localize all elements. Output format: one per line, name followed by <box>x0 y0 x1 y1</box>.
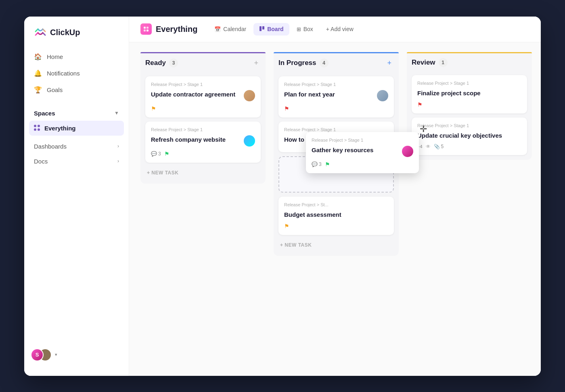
docs-chevron-icon: › <box>117 158 119 164</box>
column-in-progress-header: In Progress 4 + <box>274 53 399 71</box>
card-path-2: Release Project > Stage 1 <box>151 127 255 132</box>
board-area: Ready 3 + Release Project > Stage 1 Upda… <box>129 42 541 376</box>
card-path-1: Release Project > Stage 1 <box>151 82 255 87</box>
task-card-refresh-website[interactable]: Release Project > Stage 1 Refresh compan… <box>145 122 261 163</box>
column-ready-title: Ready <box>145 59 166 67</box>
floating-card-avatar <box>402 146 413 157</box>
everything-dots-icon <box>34 125 40 131</box>
task-card-finalize-scope[interactable]: Release Project > Stage 1 Finalize proje… <box>412 75 527 113</box>
svg-rect-3 <box>146 29 149 31</box>
card-path-8: Release Project > Stage 1 <box>417 123 521 128</box>
card-title-1: Update contractor agreement <box>151 90 241 99</box>
card-footer-6: ⚑ <box>284 223 388 229</box>
floating-card-content: Gather key resources <box>312 146 413 157</box>
task-card-budget-assessment[interactable]: Release Project > St... Budget assessmen… <box>278 197 394 235</box>
column-in-progress-count: 4 <box>320 59 329 67</box>
user-chevron-icon: ▾ <box>55 352 57 357</box>
card-path-4: Release Project > Stage 1 <box>284 127 388 132</box>
sidebar-item-notifications[interactable]: 🔔 Notifications <box>29 65 124 81</box>
card-content-6: Budget assessment <box>284 210 388 219</box>
card-footer-8: +4 👁 📎 5 <box>417 144 521 149</box>
column-ready: Ready 3 + Release Project > Stage 1 Upda… <box>140 52 266 184</box>
card-content-8: Update crucial key objectives <box>417 131 521 140</box>
main-header: Everything 📅 Calendar Board <box>129 17 541 42</box>
home-icon: 🏠 <box>34 53 42 61</box>
spaces-chevron-icon: ▼ <box>114 110 119 116</box>
app-name: ClickUp <box>50 28 80 37</box>
sidebar-item-home[interactable]: 🏠 Home <box>29 49 124 65</box>
nav-label-calendar: Calendar <box>223 26 246 32</box>
flag-orange-icon-6: ⚑ <box>284 223 289 229</box>
sidebar: ClickUp 🏠 Home 🔔 Notifications 🏆 Goals S… <box>24 17 129 376</box>
card-content-3: Plan for next year <box>284 90 388 101</box>
user-section[interactable]: S ▾ <box>24 344 129 366</box>
add-view-button[interactable]: + Add view <box>320 23 359 35</box>
box-icon: ⊞ <box>297 26 301 32</box>
card-path-6: Release Project > St... <box>284 202 388 207</box>
flag-red-icon-7: ⚑ <box>417 101 423 108</box>
card-path-3: Release Project > Stage 1 <box>284 82 388 87</box>
sidebar-label-notifications: Notifications <box>47 70 80 77</box>
card-content-1: Update contractor agreement <box>151 90 255 101</box>
logo: ClickUp <box>24 26 129 49</box>
floating-card-footer: 💬 3 ⚑ <box>312 161 413 168</box>
page-title: Everything <box>156 25 197 34</box>
comment-num-2: 3 <box>158 151 161 157</box>
spaces-section: Spaces ▼ Everything <box>24 106 129 136</box>
svg-rect-4 <box>259 26 262 31</box>
task-card-key-objectives[interactable]: Release Project > Stage 1 Update crucial… <box>412 117 527 155</box>
svg-rect-5 <box>262 26 264 29</box>
flag-red-icon-3: ⚑ <box>284 105 289 112</box>
sidebar-sub-sections: Dashboards › Docs › <box>24 139 129 169</box>
card-title-6: Budget assessment <box>284 210 388 219</box>
spaces-title: Spaces <box>34 110 55 117</box>
dashboards-chevron-icon: › <box>117 143 119 149</box>
nav-item-calendar[interactable]: 📅 Calendar <box>209 23 252 35</box>
card-footer-7: ⚑ <box>417 101 521 108</box>
floating-comment-num: 3 <box>319 161 322 167</box>
sidebar-item-dashboards[interactable]: Dashboards › <box>29 139 124 154</box>
nav-item-box[interactable]: ⊞ Box <box>291 23 319 35</box>
card-content-7: Finalize project scope <box>417 89 521 97</box>
sidebar-item-goals[interactable]: 🏆 Goals <box>29 82 124 98</box>
everything-label: Everything <box>44 125 76 132</box>
column-review-count: 1 <box>439 58 448 67</box>
floating-card-comments: 💬 3 <box>312 161 322 167</box>
column-review-header-left: Review 1 <box>412 58 448 67</box>
sidebar-label-goals: Goals <box>47 86 63 93</box>
new-task-in-progress-button[interactable]: + NEW TASK <box>278 239 394 251</box>
column-ready-add-button[interactable]: + <box>251 58 261 68</box>
task-card-update-contractor[interactable]: Release Project > Stage 1 Update contrac… <box>145 76 261 117</box>
column-in-progress: In Progress 4 + Release Project > Stage … <box>274 52 399 256</box>
clickup-logo-icon <box>34 26 47 39</box>
board-icon <box>259 26 265 33</box>
trophy-icon: 🏆 <box>34 86 42 94</box>
column-review-cards: Release Project > Stage 1 Finalize proje… <box>407 70 532 160</box>
sidebar-item-docs[interactable]: Docs › <box>29 154 124 169</box>
column-ready-cards: Release Project > Stage 1 Update contrac… <box>140 71 266 184</box>
card-content-2: Refresh company website <box>151 135 255 147</box>
column-in-progress-add-button[interactable]: + <box>385 58 394 68</box>
app-window: ClickUp 🏠 Home 🔔 Notifications 🏆 Goals S… <box>24 17 541 376</box>
new-task-ready-button[interactable]: + NEW TASK <box>145 167 261 179</box>
card-footer-2: 💬 3 ⚑ <box>151 151 255 157</box>
floating-comment-icon: 💬 <box>312 161 318 167</box>
sidebar-item-everything[interactable]: Everything <box>29 121 124 136</box>
sidebar-label-home: Home <box>47 53 63 60</box>
card-title-8: Update crucial key objectives <box>417 131 521 140</box>
sidebar-nav: 🏠 Home 🔔 Notifications 🏆 Goals <box>24 49 129 98</box>
spaces-header[interactable]: Spaces ▼ <box>29 106 124 121</box>
nav-item-board[interactable]: Board <box>253 23 289 36</box>
column-review: Review 1 Release Project > Stage 1 Final… <box>407 52 532 160</box>
floating-card-gather-resources[interactable]: ✛ Release Project > Stage 1 Gather key r… <box>306 132 419 173</box>
task-card-plan-next-year[interactable]: Release Project > Stage 1 Plan for next … <box>278 76 394 117</box>
column-review-header: Review 1 <box>407 53 532 70</box>
flag-green-icon: ⚑ <box>164 151 170 157</box>
nav-label-box: Box <box>303 26 313 32</box>
floating-flag-icon: ⚑ <box>325 161 330 168</box>
watch-icon: 👁 <box>426 144 431 149</box>
main-content: Everything 📅 Calendar Board <box>129 17 541 376</box>
card-path-7: Release Project > Stage 1 <box>417 81 521 86</box>
column-in-progress-title: In Progress <box>278 59 316 67</box>
header-title-group: Everything <box>140 23 197 35</box>
